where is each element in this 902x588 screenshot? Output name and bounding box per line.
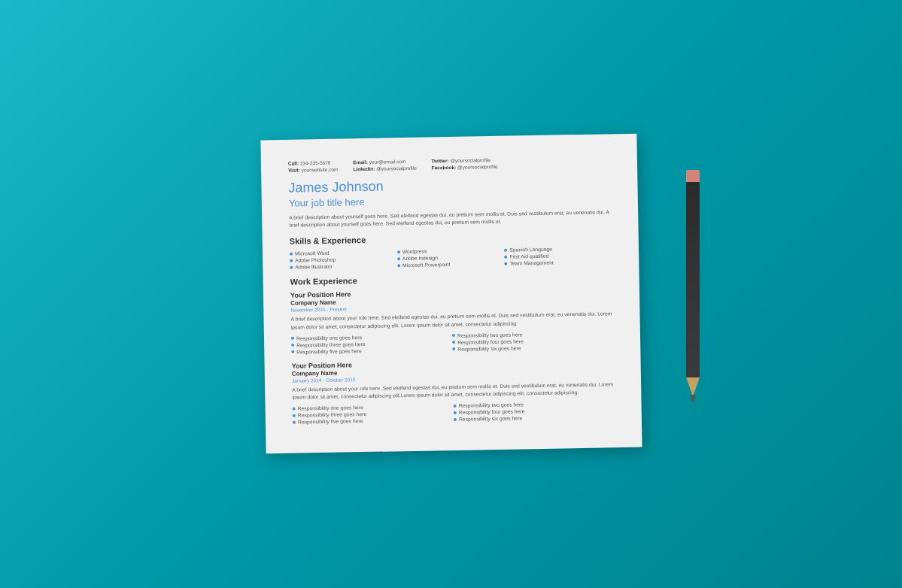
resp-bullet (291, 344, 294, 347)
skill-name: Wordpress (402, 249, 427, 255)
skill-name: Team Management (509, 260, 553, 266)
pencil-tip (686, 377, 700, 408)
resume-paper: Call: 234-235-5678 Visit: yourwebsite.co… (260, 134, 642, 454)
work-desc: A brief description about your role here… (290, 311, 612, 332)
skill-bullet (396, 264, 399, 267)
skill-name: First Aid qualified (509, 254, 548, 260)
resp-item: Responsibility five goes here (291, 347, 452, 355)
twitter-label: Twitter: (431, 158, 448, 163)
skill-bullet (290, 266, 293, 269)
skill-item: Team Management (504, 259, 612, 266)
skill-bullet (396, 257, 399, 260)
skill-bullet (290, 259, 293, 262)
responsibilities-grid: Responsibility one goes here Responsibil… (292, 401, 614, 425)
resp-text: Responsibility two goes here (458, 402, 524, 409)
skill-name: Adobe Photoshop (295, 257, 336, 263)
resp-bullet (452, 348, 455, 351)
resp-bullet (292, 414, 295, 417)
skill-bullet (504, 262, 507, 265)
pencil-decoration (686, 182, 700, 408)
work-desc: A brief description about your role here… (292, 380, 614, 402)
bio-text: A brief description about yourself goes … (289, 209, 611, 230)
work-experience-title: Work Experience (290, 272, 612, 286)
resp-text: Responsibility three goes here (296, 341, 366, 348)
contact-col-2: Email: your@email.com LinkedIn: @yoursoc… (353, 159, 417, 171)
skill-item: Microsoft Powerpoint (396, 262, 504, 268)
contact-twitter: Twitter: @yoursocialprofile (431, 157, 497, 164)
pencil-graphite (690, 395, 696, 404)
work-position-0: Your Position Here Company Name November… (290, 286, 612, 355)
resp-text: Responsibility three goes here (297, 412, 366, 419)
resume-wrapper: Call: 234-235-5678 Visit: yourwebsite.co… (263, 137, 639, 450)
skill-name: Adobe Indesign (402, 256, 437, 262)
contact-call: Call: 234-235-5678 (287, 160, 337, 166)
work-section: Your Position Here Company Name November… (290, 286, 614, 425)
linkedin-label: LinkedIn: (353, 166, 375, 172)
email-label: Email: (353, 159, 368, 165)
pencil-wood (686, 377, 700, 396)
call-value: 234-235-5678 (299, 160, 330, 166)
visit-value: yourwebsite.com (301, 167, 338, 173)
resp-text: Responsibility five goes here (296, 348, 362, 355)
resp-item: Responsibility five goes here (292, 417, 453, 426)
resp-bullet (291, 350, 294, 353)
contact-linkedin: LinkedIn: @yoursocialprofile (353, 165, 416, 171)
twitter-value: @yoursocialprofile (450, 158, 490, 164)
resp-text: Responsibility two goes here (457, 332, 522, 339)
skill-name: Microsoft Word (294, 251, 329, 257)
skills-grid: Microsoft WordWordpressSpanish LanguageA… (289, 246, 611, 270)
resp-text: Responsibility four goes here (457, 339, 524, 346)
skill-bullet (396, 250, 399, 253)
resp-bullet (453, 405, 456, 408)
contact-facebook: Facebook: @yoursocialprofile (431, 164, 497, 171)
skill-bullet (504, 249, 507, 252)
resp-item: Responsibility six goes here (453, 414, 614, 423)
responsibilities-grid: Responsibility one goes here Responsibil… (290, 330, 612, 354)
contact-email: Email: your@email.com (353, 159, 416, 165)
resp-bullet (451, 335, 454, 338)
resp-text: Responsibility one goes here (297, 405, 363, 412)
resp-bullet (453, 418, 456, 421)
pencil-body (686, 182, 700, 377)
resp-bullet (292, 408, 295, 411)
resp-bullet (292, 421, 295, 424)
facebook-label: Facebook: (431, 165, 456, 171)
resp-text: Responsibility one goes here (296, 335, 361, 341)
skills-section-title: Skills & Experience (289, 232, 611, 246)
email-value: your@email.com (369, 159, 405, 165)
skill-name: Spanish Language (509, 247, 552, 253)
contact-visit: Visit: yourwebsite.com (288, 167, 338, 173)
skill-bullet (504, 256, 507, 259)
facebook-value: @yoursocialprofile (457, 164, 497, 170)
visit-label: Visit: (288, 168, 300, 173)
call-label: Call: (287, 161, 298, 166)
skill-name: Microsoft Powerpoint (402, 262, 450, 268)
resp-bullet (453, 411, 456, 414)
resp-text: Responsibility five goes here (297, 419, 363, 426)
resp-bullet (290, 337, 293, 340)
contact-row: Call: 234-235-5678 Visit: yourwebsite.co… (287, 156, 609, 173)
resp-text: Responsibility six goes here (458, 416, 521, 422)
skill-bullet (290, 253, 293, 256)
pencil-eraser (686, 170, 700, 182)
resp-text: Responsibility four goes here (458, 409, 524, 416)
linkedin-value: @yoursocialprofile (376, 165, 417, 171)
work-position-1: Your Position Here Company Name January … (291, 356, 614, 425)
resp-item: Responsibility six goes here (452, 344, 613, 352)
contact-col-1: Call: 234-235-5678 Visit: yourwebsite.co… (287, 160, 338, 173)
contact-col-3: Twitter: @yoursocialprofile Facebook: @y… (431, 157, 497, 171)
skill-item: Adobe Illustrator (290, 263, 397, 270)
skill-name: Adobe Illustrator (295, 265, 333, 271)
resp-bullet (452, 341, 455, 344)
resp-text: Responsibility six goes here (457, 346, 521, 352)
